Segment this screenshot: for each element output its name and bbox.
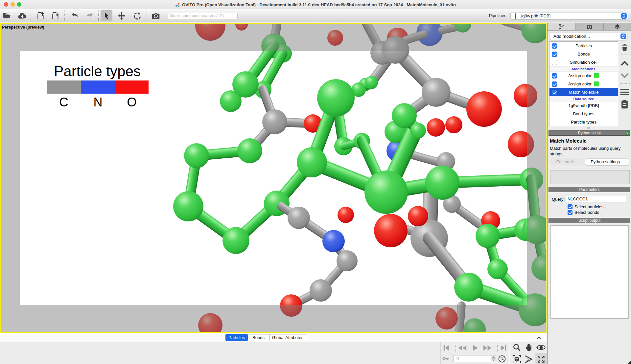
script-output-header-label: Script output: [578, 218, 600, 223]
move-modifier-down-icon[interactable]: [619, 71, 630, 80]
redo-icon[interactable]: [84, 10, 96, 21]
pipeline-item[interactable]: 1g9w.pdb [PDB]: [549, 102, 618, 110]
open-file-icon[interactable]: [1, 10, 13, 21]
zoom-mode-icon[interactable]: [512, 343, 522, 352]
pipeline-item[interactable]: Assign color: [549, 72, 618, 80]
window-title: OVITO Pro (Open Visualization Tool) - De…: [182, 2, 456, 7]
python-settings-button[interactable]: Python settings...: [585, 158, 629, 165]
main-toolbar: Quick command search (⌘P) Pipelines: 1g9…: [0, 9, 631, 22]
zoom-scene-extents-icon[interactable]: [512, 354, 522, 364]
checkbox-checked-icon[interactable]: [552, 43, 557, 49]
select-bonds-checkbox[interactable]: Select bonds: [568, 210, 630, 215]
tab-overlays[interactable]: [604, 23, 631, 30]
select-tool-glyph: [102, 11, 111, 20]
import-remote-icon[interactable]: [16, 10, 28, 21]
edit-code-button[interactable]: Edit code...: [550, 158, 584, 165]
animation-key-icon[interactable]: [442, 355, 450, 362]
delete-modifier-icon[interactable]: [619, 42, 630, 52]
checkbox-checked-icon[interactable]: [552, 81, 557, 87]
tab-bonds[interactable]: Bonds: [248, 334, 269, 341]
undo-icon[interactable]: [69, 10, 81, 21]
frame-spinbox[interactable]: 0: [454, 355, 491, 362]
tab-particles[interactable]: Particles: [225, 334, 248, 341]
animation-settings-clock-icon[interactable]: [498, 355, 506, 363]
copy-pipeline-clipboard-icon[interactable]: [619, 99, 630, 109]
list-resize-grip[interactable]: [587, 127, 590, 129]
atom: [262, 109, 287, 134]
atom: [297, 147, 327, 177]
spin-up-arrow-icon: [492, 356, 495, 358]
tab-global-attributes[interactable]: Global Attributes: [269, 334, 306, 341]
pipeline-editor-list[interactable]: ParticlesBondsSimulation cellModificatio…: [549, 41, 618, 126]
move-modifier-up-icon[interactable]: [619, 59, 630, 68]
render-camera-icon[interactable]: [150, 10, 162, 21]
atom: [337, 250, 358, 271]
play-icon[interactable]: [471, 343, 480, 353]
orbit-mode-icon[interactable]: [536, 343, 546, 352]
atom: [310, 279, 332, 302]
select-particles-checkbox[interactable]: Select particles: [568, 204, 630, 209]
preview-dim-left: [1, 51, 20, 305]
move-tool-icon[interactable]: [116, 10, 128, 21]
command-panel-tabs: [548, 23, 631, 31]
pipeline-item[interactable]: Match Molecule: [549, 88, 618, 96]
pipeline-icon: [514, 13, 518, 19]
add-modification-stepper[interactable]: [620, 34, 626, 39]
rotate-tool-icon[interactable]: [131, 10, 143, 21]
checkbox-checked-icon: [568, 204, 573, 209]
skip-to-end-icon[interactable]: [499, 343, 508, 353]
checkbox-checked-icon[interactable]: [552, 52, 557, 57]
maximize-viewport-icon[interactable]: [537, 355, 546, 364]
select-tool-icon[interactable]: [101, 10, 112, 21]
import-remote-glyph: [17, 11, 28, 21]
separator: [497, 344, 498, 352]
pipeline-item-label: Bond types: [573, 111, 594, 116]
viewport-caption[interactable]: Perspective (preview): [2, 25, 44, 30]
rewind-icon[interactable]: [457, 343, 467, 353]
legend-label-O: O: [119, 95, 145, 109]
pipeline-selector[interactable]: 1g9w.pdb [PDB]: [510, 12, 628, 20]
legend-swatch-N: [81, 80, 115, 94]
checkbox-checked-icon[interactable]: [552, 73, 557, 79]
section-header-python-script: Python script ?: [549, 130, 630, 136]
undo-glyph: [70, 11, 80, 21]
frame-spinbox-stepper[interactable]: [491, 355, 496, 362]
collapse-inspector-icon[interactable]: [536, 334, 542, 341]
viewport[interactable]: Perspective (preview) Particle types C N…: [0, 23, 547, 333]
fast-forward-icon[interactable]: [482, 343, 492, 353]
tab-render[interactable]: [575, 23, 603, 30]
save-file-up-icon[interactable]: [35, 10, 47, 21]
help-button[interactable]: ?: [625, 131, 630, 135]
checkbox-checked-icon[interactable]: [552, 90, 557, 95]
tab-pipeline[interactable]: [548, 23, 575, 30]
pipeline-item[interactable]: Particles: [549, 42, 618, 50]
pipeline-item-label: Assign color: [568, 73, 592, 78]
legend-label-C: C: [51, 95, 77, 109]
pipeline-item[interactable]: Bonds: [549, 50, 618, 58]
field-of-view-icon[interactable]: [524, 354, 533, 364]
pipeline-selector-stepper[interactable]: [621, 13, 627, 19]
pipeline-item[interactable]: Assign color: [549, 80, 618, 88]
query-input[interactable]: N1CCCC1: [566, 196, 626, 202]
pan-mode-icon[interactable]: [524, 343, 533, 352]
render-camera-glyph: [151, 11, 161, 21]
toggle-modifier-list-icon[interactable]: [619, 88, 630, 97]
pipeline-item[interactable]: Bond types: [549, 110, 618, 118]
color-swatch[interactable]: [594, 73, 599, 78]
spin-up-icon[interactable]: [491, 355, 496, 359]
checkbox-unchecked-icon[interactable]: [552, 60, 557, 65]
pipeline-item-label: Bonds: [578, 52, 590, 57]
skip-to-start-icon[interactable]: [442, 343, 451, 353]
render-tab-icon: [586, 23, 593, 30]
window-resize-grip[interactable]: [628, 361, 631, 364]
title-center-group: OVITO Pro (Open Visualization Tool) - De…: [0, 0, 631, 9]
export-file-down-icon[interactable]: [50, 10, 61, 21]
search-input[interactable]: Quick command search (⌘P): [168, 13, 238, 19]
legend-title: Particle types: [1, 63, 194, 80]
redo-glyph: [85, 11, 95, 21]
add-modification-dropdown[interactable]: Add modification...: [550, 32, 627, 40]
pipeline-item[interactable]: Particle types: [549, 118, 618, 126]
spin-down-icon[interactable]: [491, 359, 496, 362]
pipeline-item[interactable]: Simulation cell: [549, 58, 618, 66]
color-swatch[interactable]: [594, 81, 599, 86]
